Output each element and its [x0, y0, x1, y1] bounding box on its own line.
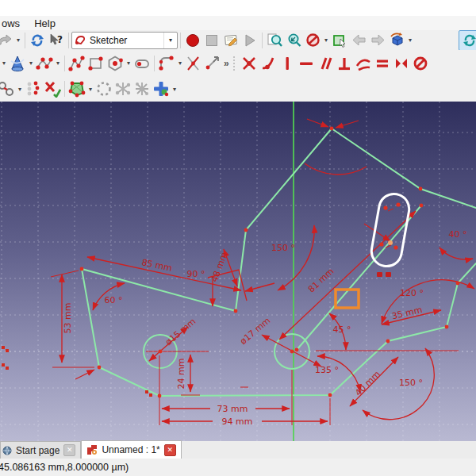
create-rectangle-icon[interactable] [86, 54, 106, 73]
constrain-block-icon[interactable] [411, 54, 430, 73]
create-fillet-dropdown-icon[interactable]: ▾ [176, 60, 184, 67]
refresh-icon[interactable] [28, 31, 47, 50]
tab-unnamed-document[interactable]: Unnamed : 1* ✕ [81, 440, 181, 459]
tab-close-icon[interactable]: ✕ [63, 444, 75, 456]
create-polyline-icon[interactable] [67, 54, 86, 73]
dim-40deg: 40 ° [449, 229, 467, 240]
create-polygon-dropdown-icon[interactable]: ▾ [125, 60, 132, 67]
nav-back-icon[interactable] [349, 31, 368, 50]
create-conic-icon[interactable] [8, 54, 27, 73]
toolbar-sketcher-geometry: ▾ ▾ ▾ ▾ ▾ » [0, 50, 476, 77]
dim-85mm: 85 mm [140, 257, 173, 274]
sketch-canvas[interactable]: .grid{stroke:rgba(235,235,248,.34);strok… [0, 102, 476, 441]
viewport-grid [0, 102, 476, 441]
menu-bar: ows Help [0, 16, 476, 30]
dim-94mm: 94 mm [222, 416, 253, 427]
whats-this-icon[interactable]: ? [47, 31, 66, 50]
dim-150deg-upper: 150 ° [271, 243, 295, 253]
clone-icon[interactable] [132, 79, 152, 98]
constrain-horizontal-icon[interactable] [297, 54, 316, 73]
dim-135deg: 135 ° [315, 365, 339, 375]
trim-edge-icon[interactable] [184, 54, 203, 73]
redo-icon[interactable] [0, 31, 14, 50]
dim-35mm: 35 mm [391, 305, 424, 321]
freecad-document-icon [86, 444, 98, 455]
constrain-tangent-icon[interactable] [354, 54, 373, 73]
macro-play-icon[interactable] [240, 31, 259, 50]
status-bar: 45.086163 mm,8.000000 µm) [0, 459, 476, 476]
toggle-driving-constraint-icon[interactable] [24, 79, 43, 98]
tab-start-page[interactable]: Start page ✕ [0, 441, 81, 459]
sketch-geometry[interactable] [82, 129, 476, 396]
3d-viewport[interactable]: .grid{stroke:rgba(235,235,248,.34);strok… [0, 102, 476, 441]
constraint-marker[interactable] [386, 272, 391, 277]
delete-all-constraints-icon[interactable] [43, 79, 62, 98]
chevron-down-icon: ▾ [163, 33, 177, 48]
dim-60deg: 60 ° [105, 295, 123, 305]
redo-dropdown-icon[interactable]: ▾ [14, 36, 22, 44]
sketcher-workbench-icon [75, 34, 86, 46]
macro-record-icon[interactable] [183, 31, 202, 50]
zoom-selection-icon[interactable] [284, 31, 303, 50]
sketcher-edit-tools-icon[interactable] [152, 79, 171, 98]
constrain-perpendicular-icon[interactable] [335, 54, 354, 73]
constrain-equal-icon[interactable] [373, 54, 392, 73]
dim-48mm: 48 mm [209, 251, 230, 283]
dim-45deg: 45 ° [333, 324, 351, 335]
cursor-coordinates: 45.086163 mm,8.000000 µm) [0, 462, 129, 473]
svg-text:?: ? [57, 34, 63, 45]
create-polygon-icon[interactable] [106, 54, 125, 73]
sketcher-edit-tools-dropdown-icon[interactable]: ▾ [171, 86, 178, 93]
select-elements-dropdown-icon[interactable]: ▾ [86, 86, 94, 93]
create-bspline-icon[interactable] [35, 54, 54, 73]
menu-help[interactable]: Help [27, 16, 63, 30]
constrain-lock-dropdown-icon[interactable]: ▾ [16, 86, 24, 93]
menu-windows-partial[interactable]: ows [0, 16, 27, 30]
constrain-vertical-icon[interactable] [278, 54, 297, 73]
standard-views-dropdown-icon[interactable]: ▾ [406, 36, 414, 44]
selection-filter-icon[interactable] [330, 31, 349, 50]
nav-forward-icon[interactable] [368, 31, 387, 50]
create-fillet-icon[interactable] [157, 54, 176, 73]
highlighted-slot[interactable] [369, 191, 411, 268]
dim-dia15mm: ø15 mm [163, 317, 198, 347]
sketch-vertices[interactable] [80, 127, 460, 398]
macro-stop-icon[interactable] [202, 31, 221, 50]
toolbar-file-view: ▾ ? Sketcher ▾ ▾ ▾ [0, 30, 476, 51]
toolbar-sketcher-constraints-tools: ▾ ▾ ▾ [0, 76, 476, 102]
dim-73mm: 73 mm [217, 404, 248, 414]
workbench-selector-value: Sketcher [86, 35, 163, 46]
tab-close-icon[interactable]: ✕ [164, 444, 176, 456]
workbench-selector[interactable]: Sketcher ▾ [71, 32, 178, 49]
constrain-parallel-icon[interactable] [316, 54, 335, 73]
constrain-lock-icon[interactable] [0, 79, 16, 98]
constrain-point-on-object-icon[interactable] [259, 54, 278, 73]
document-tab-bar: Start page ✕ Unnamed : 1* ✕ [0, 441, 476, 459]
dim-53mm: 53 mm [63, 303, 73, 334]
create-bspline-dropdown-icon[interactable]: ▾ [54, 60, 62, 67]
dim-90deg: 90 ° [187, 269, 205, 279]
draw-style-icon[interactable] [303, 31, 322, 50]
extend-edge-icon[interactable] [203, 54, 222, 73]
window-titlebar [0, 0, 476, 16]
start-page-icon [2, 446, 12, 455]
constrain-symmetric-icon[interactable] [392, 54, 411, 73]
create-slot-icon[interactable] [132, 54, 152, 73]
dim-120deg: 120 ° [400, 288, 424, 298]
dim-150deg-lower: 150 ° [399, 378, 423, 388]
select-elements-with-constraints-icon[interactable] [67, 79, 86, 98]
toolbar-overflow-indicator[interactable]: » [222, 58, 231, 69]
draw-style-dropdown-icon[interactable]: ▾ [322, 36, 330, 44]
dimension-labels[interactable]: 85 mm 90 ° 48 mm 60 ° 53 mm ø15 mm ø17 m… [63, 229, 467, 427]
standard-views-icon[interactable] [387, 31, 406, 50]
constrain-coincident-icon[interactable] [240, 54, 259, 73]
dim-24mm: 24 mm [176, 359, 186, 390]
zoom-fit-document-icon[interactable] [265, 31, 284, 50]
constraint-marker[interactable] [377, 272, 382, 277]
select-constraints-icon[interactable] [94, 79, 113, 98]
macro-edit-icon[interactable] [221, 31, 240, 50]
create-conic-dropdown-icon[interactable]: ▾ [27, 60, 35, 67]
sync-view-icon[interactable] [459, 30, 476, 51]
symmetry-icon[interactable] [113, 79, 132, 98]
prev-group-dropdown-icon[interactable]: ▾ [0, 60, 8, 67]
